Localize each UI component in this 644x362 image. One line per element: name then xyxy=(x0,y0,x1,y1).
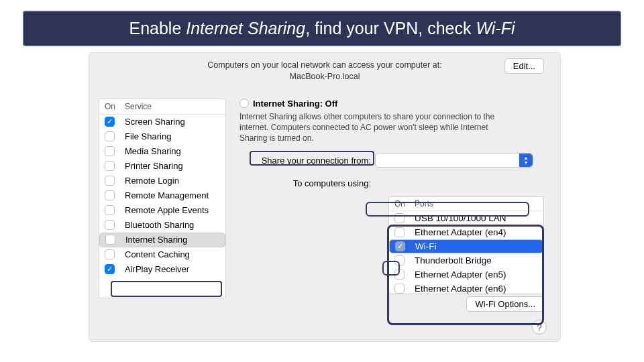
help-button[interactable]: ? xyxy=(532,320,547,335)
port-label: Wi-Fi xyxy=(415,241,436,251)
port-label: Ethernet Adapter (en4) xyxy=(415,227,506,237)
port-label: USB 10/100/1000 LAN xyxy=(415,213,506,223)
checkbox-icon[interactable] xyxy=(394,227,405,237)
col-service: Service xyxy=(125,102,152,111)
port-row[interactable]: Thunderbolt Bridge xyxy=(389,253,543,267)
service-label: AirPlay Receiver xyxy=(125,264,189,274)
checkbox-icon[interactable]: ✓ xyxy=(395,241,405,251)
checkbox-icon[interactable]: ✓ xyxy=(105,264,115,274)
sharing-pref-pane: Computers on your local network can acce… xyxy=(89,52,561,342)
service-label: Printer Sharing xyxy=(125,161,183,171)
instruction-banner: Enable Internet Sharing, find your VPN, … xyxy=(23,11,621,46)
share-from-label: Share your connection from: xyxy=(239,156,371,166)
to-using-label: To computers using: xyxy=(239,176,371,188)
col-on: On xyxy=(105,102,125,111)
banner-text: Enable xyxy=(129,19,186,38)
service-row[interactable]: ✓AirPlay Receiver xyxy=(99,262,225,277)
checkbox-icon[interactable] xyxy=(105,235,115,245)
port-row[interactable]: Ethernet Adapter (en4) xyxy=(389,225,543,239)
hostname-label: Computers on your local network can acce… xyxy=(207,60,441,71)
checkbox-icon[interactable] xyxy=(105,176,115,186)
service-row[interactable]: ✓Screen Sharing xyxy=(99,115,225,129)
detail-desc: Internet Sharing allows other computers … xyxy=(239,111,508,144)
service-label: Remote Apple Events xyxy=(125,205,209,215)
services-header: On Service xyxy=(99,99,225,115)
share-from-select[interactable]: ▲▼ xyxy=(375,153,533,168)
service-label: Remote Login xyxy=(125,176,179,186)
port-row[interactable]: USB 10/100/1000 LAN xyxy=(389,211,543,225)
internet-sharing-toggle[interactable] xyxy=(239,99,249,108)
service-label: Internet Sharing xyxy=(125,235,188,245)
port-label: Ethernet Adapter (en6) xyxy=(415,284,506,294)
services-list[interactable]: On Service ✓Screen SharingFile SharingMe… xyxy=(99,99,226,298)
service-row[interactable]: Bluetooth Sharing xyxy=(99,218,225,233)
checkbox-icon[interactable] xyxy=(105,249,115,259)
hostname-value: MacBook-Pro.local xyxy=(207,71,441,82)
checkbox-icon[interactable] xyxy=(394,213,405,223)
wifi-options-button[interactable]: Wi-Fi Options... xyxy=(466,296,544,312)
service-label: Screen Sharing xyxy=(125,117,185,127)
checkbox-icon[interactable] xyxy=(394,284,405,294)
port-label: Ethernet Adapter (en5) xyxy=(415,269,506,280)
service-label: Bluetooth Sharing xyxy=(125,220,194,230)
checkbox-icon[interactable] xyxy=(394,269,405,280)
port-row[interactable]: Ethernet Adapter (en5) xyxy=(389,267,543,282)
service-row[interactable]: Printer Sharing xyxy=(99,159,225,174)
service-label: Media Sharing xyxy=(125,146,181,156)
detail-pane: Internet Sharing: Off Internet Sharing a… xyxy=(239,99,551,298)
service-row[interactable]: Remote Apple Events xyxy=(99,203,225,218)
banner-em2: Wi-Fi xyxy=(476,19,515,38)
service-row[interactable]: Remote Management xyxy=(99,188,225,203)
service-row[interactable]: Internet Sharing xyxy=(99,233,225,247)
col-on2: On xyxy=(394,199,415,208)
chevron-up-down-icon: ▲▼ xyxy=(519,154,533,167)
service-row[interactable]: File Sharing xyxy=(99,129,225,144)
internet-sharing-header: Internet Sharing: Off xyxy=(239,99,551,109)
checkbox-icon[interactable] xyxy=(105,190,115,200)
checkbox-icon[interactable] xyxy=(105,146,115,156)
port-row[interactable]: Ethernet Adapter (en6) xyxy=(389,282,543,294)
ports-list[interactable]: On Ports USB 10/100/1000 LANEthernet Ada… xyxy=(388,196,544,294)
detail-title: Internet Sharing: Off xyxy=(253,99,337,109)
service-row[interactable]: Content Caching xyxy=(99,247,225,262)
edit-button[interactable]: Edit... xyxy=(504,58,544,74)
checkbox-icon[interactable] xyxy=(394,255,405,265)
checkbox-icon[interactable] xyxy=(105,161,115,171)
ports-header: On Ports xyxy=(389,197,543,211)
service-label: File Sharing xyxy=(125,131,171,141)
port-label: Thunderbolt Bridge xyxy=(415,255,492,265)
checkbox-icon[interactable] xyxy=(105,220,115,230)
service-row[interactable]: Media Sharing xyxy=(99,144,225,159)
service-label: Remote Management xyxy=(125,190,209,200)
checkbox-icon[interactable]: ✓ xyxy=(105,117,115,127)
hostname-row: Computers on your local network can acce… xyxy=(99,60,551,82)
banner-text2: , find your VPN, check xyxy=(305,19,476,38)
banner-em1: Internet Sharing xyxy=(186,19,305,38)
col-ports: Ports xyxy=(415,199,433,208)
checkbox-icon[interactable] xyxy=(105,131,115,141)
service-row[interactable]: Remote Login xyxy=(99,174,225,188)
checkbox-icon[interactable] xyxy=(105,205,115,215)
service-label: Content Caching xyxy=(125,249,190,259)
port-row[interactable]: ✓Wi-Fi xyxy=(389,239,543,253)
